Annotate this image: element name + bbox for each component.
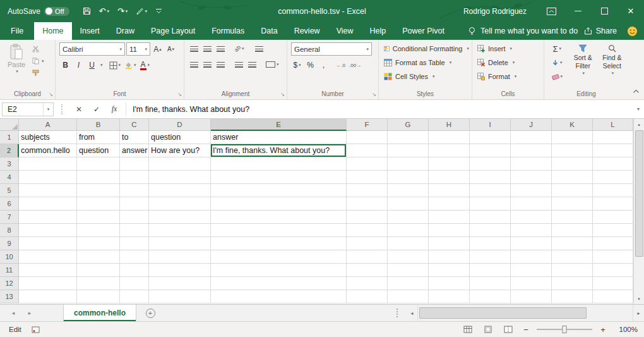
cell-D1[interactable]: question bbox=[149, 131, 211, 144]
cell-G3[interactable] bbox=[388, 157, 429, 171]
cell-J4[interactable] bbox=[511, 171, 552, 184]
font-color-button[interactable]: A ▾ bbox=[139, 59, 152, 71]
column-header-k[interactable]: K bbox=[552, 119, 593, 131]
tab-scrollbar-splitter[interactable] bbox=[397, 309, 404, 317]
cut-button[interactable] bbox=[32, 45, 44, 53]
cell-H6[interactable] bbox=[429, 197, 470, 211]
cell-G9[interactable] bbox=[388, 237, 429, 250]
vertical-scrollbar[interactable]: ▴ ▾ bbox=[633, 119, 644, 304]
cell-H10[interactable] bbox=[429, 250, 470, 264]
cell-I8[interactable] bbox=[470, 224, 511, 237]
row-header-6[interactable]: 6 bbox=[0, 197, 19, 211]
cell-H8[interactable] bbox=[429, 224, 470, 237]
cell-G4[interactable] bbox=[388, 171, 429, 184]
alignment-dialog-launcher[interactable]: ↘ bbox=[280, 92, 285, 97]
cell-B11[interactable] bbox=[77, 264, 120, 277]
cell-E2[interactable]: I'm fine, thanks. What about you? bbox=[211, 144, 347, 157]
cell-L2[interactable] bbox=[593, 144, 633, 157]
tell-me-box[interactable]: Tell me what you want to do bbox=[468, 22, 578, 40]
zoom-slider-thumb[interactable] bbox=[563, 326, 567, 333]
tab-formulas[interactable]: Formulas bbox=[203, 22, 253, 40]
clipboard-dialog-launcher[interactable]: ↘ bbox=[49, 92, 53, 97]
cell-K6[interactable] bbox=[552, 197, 593, 211]
percent-style-button[interactable]: % bbox=[304, 59, 316, 71]
cell-H11[interactable] bbox=[429, 264, 470, 277]
cell-G6[interactable] bbox=[388, 197, 429, 211]
cell-L5[interactable] bbox=[593, 184, 633, 197]
fill-color-button[interactable]: ▾ bbox=[123, 59, 138, 71]
cell-H9[interactable] bbox=[429, 237, 470, 250]
row-header-13[interactable]: 13 bbox=[0, 290, 19, 303]
cell-D10[interactable] bbox=[149, 250, 211, 264]
zoom-level[interactable]: 100% bbox=[614, 326, 638, 333]
wrap-text-button[interactable] bbox=[253, 42, 265, 55]
cell-D13[interactable] bbox=[149, 290, 211, 303]
zoom-slider[interactable] bbox=[537, 329, 592, 330]
cell-E8[interactable] bbox=[211, 224, 347, 237]
sheet-nav-left-arrow[interactable]: ◂ bbox=[5, 305, 21, 321]
decrease-font-size-button[interactable]: A▾ bbox=[165, 43, 177, 56]
cell-L8[interactable] bbox=[593, 224, 633, 237]
cell-I9[interactable] bbox=[470, 237, 511, 250]
cell-L10[interactable] bbox=[593, 250, 633, 264]
insert-function-button[interactable]: fx bbox=[105, 102, 123, 116]
cell-L9[interactable] bbox=[593, 237, 633, 250]
cell-A8[interactable] bbox=[19, 224, 77, 237]
cell-L7[interactable] bbox=[593, 211, 633, 224]
cell-F10[interactable] bbox=[347, 250, 388, 264]
cell-I13[interactable] bbox=[470, 290, 511, 303]
cell-A6[interactable] bbox=[19, 197, 77, 211]
row-header-2[interactable]: 2 bbox=[0, 144, 19, 157]
row-header-10[interactable]: 10 bbox=[0, 250, 19, 264]
cell-A12[interactable] bbox=[19, 277, 77, 290]
normal-view-button[interactable] bbox=[461, 323, 475, 336]
cell-C1[interactable]: to bbox=[120, 131, 149, 144]
cell-C9[interactable] bbox=[120, 237, 149, 250]
font-dialog-launcher[interactable]: ↘ bbox=[177, 92, 182, 97]
cell-C7[interactable] bbox=[120, 211, 149, 224]
tab-home[interactable]: Home bbox=[34, 22, 71, 40]
minimize-button[interactable] bbox=[564, 0, 591, 22]
name-box[interactable]: E2 ▾ bbox=[2, 102, 54, 116]
row-header-7[interactable]: 7 bbox=[0, 211, 19, 224]
cell-F4[interactable] bbox=[347, 171, 388, 184]
cell-K10[interactable] bbox=[552, 250, 593, 264]
formula-bar-splitter[interactable] bbox=[61, 104, 63, 114]
cell-C2[interactable]: answer bbox=[120, 144, 149, 157]
cell-F12[interactable] bbox=[347, 277, 388, 290]
cell-B4[interactable] bbox=[77, 171, 120, 184]
customize-quick-access-button[interactable] bbox=[152, 3, 165, 20]
cell-H12[interactable] bbox=[429, 277, 470, 290]
fill-button[interactable]: ▾ bbox=[547, 56, 568, 69]
share-button[interactable]: Share bbox=[584, 22, 617, 40]
cell-D7[interactable] bbox=[149, 211, 211, 224]
tab-power-pivot[interactable]: Power Pivot bbox=[394, 22, 453, 40]
enter-button[interactable]: ✓ bbox=[88, 102, 105, 116]
cell-B13[interactable] bbox=[77, 290, 120, 303]
formula-input[interactable]: I'm fine, thanks. What about you? bbox=[126, 102, 633, 116]
feedback-button[interactable] bbox=[627, 22, 638, 40]
cell-E10[interactable] bbox=[211, 250, 347, 264]
cell-H13[interactable] bbox=[429, 290, 470, 303]
cell-C12[interactable] bbox=[120, 277, 149, 290]
tab-view[interactable]: View bbox=[328, 22, 362, 40]
delete-cells-button[interactable]: Delete ▾ bbox=[476, 56, 541, 70]
number-dialog-launcher[interactable]: ↘ bbox=[372, 92, 376, 97]
cell-I1[interactable] bbox=[470, 131, 511, 144]
cell-D12[interactable] bbox=[149, 277, 211, 290]
column-header-g[interactable]: G bbox=[388, 119, 429, 131]
page-break-preview-button[interactable] bbox=[501, 323, 515, 336]
row-header-9[interactable]: 9 bbox=[0, 237, 19, 250]
cell-L4[interactable] bbox=[593, 171, 633, 184]
cell-K3[interactable] bbox=[552, 157, 593, 171]
cell-A13[interactable] bbox=[19, 290, 77, 303]
cell-H3[interactable] bbox=[429, 157, 470, 171]
cell-E6[interactable] bbox=[211, 197, 347, 211]
cell-F13[interactable] bbox=[347, 290, 388, 303]
align-bottom-button[interactable] bbox=[215, 42, 227, 55]
vscroll-down-arrow[interactable]: ▾ bbox=[634, 293, 644, 304]
tab-draw[interactable]: Draw bbox=[108, 22, 143, 40]
cell-G13[interactable] bbox=[388, 290, 429, 303]
borders-button[interactable]: ▾ bbox=[108, 59, 122, 71]
cell-F7[interactable] bbox=[347, 211, 388, 224]
